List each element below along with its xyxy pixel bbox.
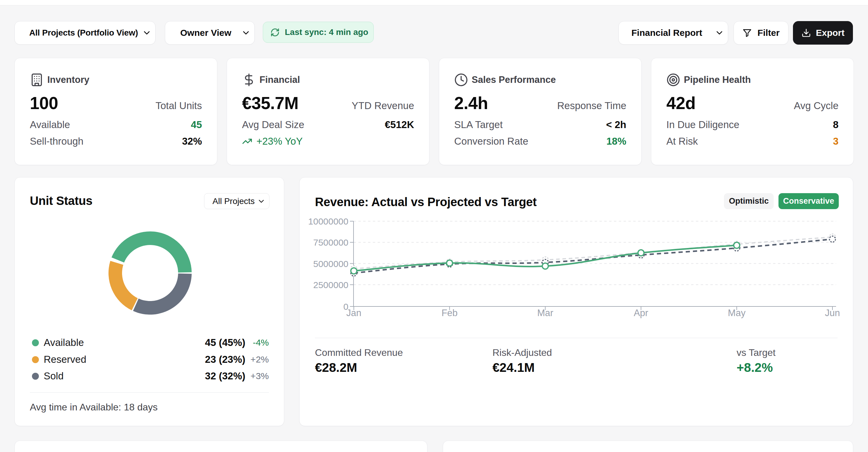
svg-text:May: May bbox=[728, 308, 746, 318]
svg-text:Feb: Feb bbox=[441, 308, 458, 318]
svg-text:10000000: 10000000 bbox=[308, 216, 348, 226]
svg-text:Apr: Apr bbox=[634, 308, 648, 318]
svg-text:Jun: Jun bbox=[825, 308, 840, 318]
svg-text:7500000: 7500000 bbox=[313, 237, 348, 248]
svg-text:2500000: 2500000 bbox=[313, 280, 348, 290]
svg-text:5000000: 5000000 bbox=[313, 259, 348, 269]
svg-text:Jan: Jan bbox=[346, 308, 361, 318]
svg-text:Mar: Mar bbox=[537, 308, 553, 318]
